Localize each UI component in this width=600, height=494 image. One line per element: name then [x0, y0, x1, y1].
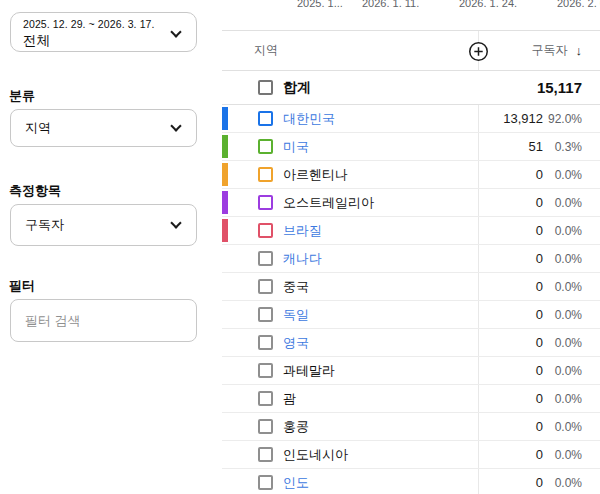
filter-section-label: 필터: [9, 277, 35, 295]
region-column-header: 지역: [254, 42, 278, 59]
subscriber-count: 0: [483, 391, 543, 406]
subscriber-count: 51: [483, 139, 543, 154]
metric-dropdown[interactable]: 구독자: [10, 204, 197, 246]
row-checkbox[interactable]: [258, 475, 273, 490]
chevron-down-icon: [170, 120, 181, 131]
row-checkbox[interactable]: [258, 223, 273, 238]
total-row-label: 합계: [283, 79, 311, 97]
row-checkbox[interactable]: [258, 335, 273, 350]
row-checkbox[interactable]: [258, 111, 273, 126]
sort-descending-icon: ↓: [576, 43, 583, 58]
dimension-dropdown[interactable]: 지역: [10, 109, 197, 147]
total-subscriber-count: 15,117: [537, 79, 582, 96]
table-row: 과테말라 0 0.0%: [222, 357, 600, 385]
subscriber-percent: 0.0%: [543, 336, 582, 350]
metric-section-label: 측정항목: [9, 182, 61, 200]
subscriber-percent: 0.3%: [543, 140, 582, 154]
series-color-bar: [222, 191, 228, 214]
table-row: 영국 0 0.0%: [222, 329, 600, 357]
row-checkbox[interactable]: [258, 279, 273, 294]
region-name: 인도네시아: [283, 446, 483, 464]
axis-date-label: 2025. 1...: [297, 0, 343, 9]
subscriber-count: 0: [483, 363, 543, 378]
subscriber-count: 0: [483, 223, 543, 238]
table-row: 대한민국 13,912 92.0%: [222, 105, 600, 133]
region-name[interactable]: 독일: [283, 306, 483, 324]
subscriber-percent: 0.0%: [543, 196, 582, 210]
axis-date-label: 2026. 1. 11.: [362, 0, 419, 9]
date-range-selector[interactable]: 2025. 12. 29. ~ 2026. 3. 17. 전체: [10, 12, 197, 52]
series-color-bar: [222, 219, 228, 242]
table-row: 괌 0 0.0%: [222, 385, 600, 413]
row-checkbox[interactable]: [258, 195, 273, 210]
axis-date-label: 2026. 1. 24.: [459, 0, 517, 9]
subscriber-percent: 0.0%: [543, 252, 582, 266]
total-row-checkbox[interactable]: [258, 80, 273, 95]
chevron-down-icon: [170, 26, 181, 37]
row-checkbox[interactable]: [258, 167, 273, 182]
subscriber-count: 0: [483, 419, 543, 434]
region-name[interactable]: 캐나다: [283, 250, 483, 268]
add-metric-button[interactable]: [468, 41, 489, 62]
subscriber-percent: 0.0%: [543, 392, 582, 406]
table-row: 인도네시아 0 0.0%: [222, 441, 600, 469]
subscriber-percent: 0.0%: [543, 280, 582, 294]
table-body: 대한민국 13,912 92.0% 미국 51 0.3% 아르헨티나 0 0.0…: [222, 105, 600, 494]
table-row: 홍콩 0 0.0%: [222, 413, 600, 441]
date-range-selected: 전체: [23, 32, 162, 50]
row-checkbox[interactable]: [258, 251, 273, 266]
row-checkbox[interactable]: [258, 447, 273, 462]
subscriber-count: 0: [483, 475, 543, 490]
subscriber-count: 0: [483, 167, 543, 182]
row-checkbox[interactable]: [258, 391, 273, 406]
row-checkbox[interactable]: [258, 419, 273, 434]
subscriber-percent: 0.0%: [543, 224, 582, 238]
axis-date-label: 2026. 2. 6.: [557, 0, 600, 9]
region-name[interactable]: 미국: [283, 138, 483, 156]
total-row: 합계 15,117: [222, 71, 600, 105]
table-row: 중국 0 0.0%: [222, 273, 600, 301]
subscriber-percent: 0.0%: [543, 420, 582, 434]
subscriber-percent: 0.0%: [543, 364, 582, 378]
dimension-dropdown-value: 지역: [25, 119, 51, 137]
region-name: 과테말라: [283, 362, 483, 380]
date-range-text: 2025. 12. 29. ~ 2026. 3. 17.: [23, 18, 162, 30]
region-name[interactable]: 영국: [283, 334, 483, 352]
filter-search-input[interactable]: [10, 299, 197, 342]
subscriber-percent: 92.0%: [543, 112, 582, 126]
plus-circle-icon: [468, 41, 489, 62]
chevron-down-icon: [170, 217, 181, 228]
region-name[interactable]: 대한민국: [283, 110, 483, 128]
dimension-section-label: 분류: [9, 87, 35, 105]
region-name: 중국: [283, 278, 483, 296]
table-row: 브라질 0 0.0%: [222, 217, 600, 245]
series-color-bar: [222, 135, 228, 158]
region-name: 아르헨티나: [283, 166, 483, 184]
subscriber-count: 0: [483, 195, 543, 210]
row-checkbox[interactable]: [258, 363, 273, 378]
table-header-row: 지역 구독자 ↓: [222, 31, 600, 71]
subscriber-percent: 0.0%: [543, 308, 582, 322]
subscriber-count: 13,912: [483, 111, 543, 126]
table-row: 인도 0 0.0%: [222, 469, 600, 494]
series-color-bar: [222, 107, 228, 130]
subscriber-count: 0: [483, 447, 543, 462]
region-name[interactable]: 인도: [283, 474, 483, 492]
table-row: 오스트레일리아 0 0.0%: [222, 189, 600, 217]
subscriber-percent: 0.0%: [543, 448, 582, 462]
region-name: 괌: [283, 390, 483, 408]
subscriber-count: 0: [483, 251, 543, 266]
metric-dropdown-value: 구독자: [25, 216, 64, 234]
row-checkbox[interactable]: [258, 139, 273, 154]
subscriber-percent: 0.0%: [543, 476, 582, 490]
subscriber-count: 0: [483, 307, 543, 322]
table-row: 미국 51 0.3%: [222, 133, 600, 161]
region-name: 홍콩: [283, 418, 483, 436]
table-row: 독일 0 0.0%: [222, 301, 600, 329]
subscriber-count: 0: [483, 279, 543, 294]
subscriber-count: 0: [483, 335, 543, 350]
region-name[interactable]: 브라질: [283, 222, 483, 240]
metric-column-header[interactable]: 구독자 ↓: [532, 42, 583, 59]
table-row: 캐나다 0 0.0%: [222, 245, 600, 273]
row-checkbox[interactable]: [258, 307, 273, 322]
